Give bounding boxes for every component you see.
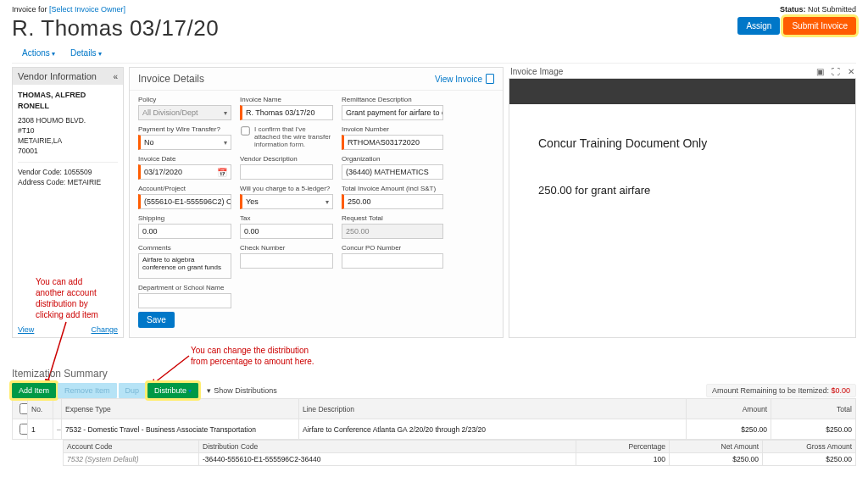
view-invoice-link[interactable]: View Invoice (435, 74, 494, 84)
image-section-title: Invoice Image (510, 67, 563, 76)
remove-item-button[interactable]: Remove Item (58, 383, 117, 398)
invno-value: RTHOMAS03172020 (348, 138, 420, 147)
details-menu[interactable]: Details (70, 48, 102, 58)
invoice-image-viewer[interactable]: Concur Training Document Only 250.00 for… (509, 78, 856, 338)
expand-icon[interactable]: ⛶ (832, 67, 840, 76)
save-button[interactable]: Save (138, 312, 175, 328)
policy-value: All Division/Dept (142, 108, 198, 117)
duplicate-button[interactable]: Dup (119, 383, 147, 398)
dept-label: Department or School Name (138, 284, 231, 291)
invoice-name-label: Invoice Name (240, 96, 333, 103)
invoice-name-input[interactable]: R. Thomas 03/17/20 (240, 105, 333, 120)
status-value: Not Submitted (808, 5, 856, 14)
remit-input[interactable]: Grant payment for airfare to confere (342, 105, 443, 120)
vendor-code: Vendor Code: 1055509 (18, 168, 118, 178)
invoice-for-prefix: Invoice for (12, 5, 49, 14)
account-value: (555610-E1-555596C2) C/S I (144, 197, 231, 206)
comments-textarea[interactable]: Airfare to algebra conference on grant f… (138, 253, 231, 279)
invno-label: Invoice Number (342, 125, 443, 133)
actions-menu[interactable]: Actions (22, 48, 55, 58)
cell-amount: $250.00 (687, 419, 771, 440)
vendor-addr2: #T10 (18, 126, 118, 136)
popout-icon[interactable]: ▣ (816, 67, 824, 76)
cell-line-desc: Airfare to Conference Atlanta GA 2/20/20… (299, 419, 687, 440)
policy-select[interactable]: All Division/Dept▾ (138, 105, 231, 120)
show-distributions-toggle[interactable]: ▾ Show Distributions (207, 386, 277, 395)
col-dist: Distribution Code (199, 441, 576, 453)
submit-invoice-button[interactable]: Submit Invoice (783, 17, 856, 35)
col-acct: Account Code (64, 441, 199, 453)
vendor-desc-label: Vendor Description (240, 155, 333, 163)
itemization-title: Itemization Summary (12, 368, 856, 380)
expand-row-icon[interactable]: – (53, 419, 62, 440)
col-line-desc: Line Description (299, 399, 687, 419)
row-checkbox[interactable] (19, 424, 28, 435)
cell-expense-type: 7532 - Domestic Travel - Business Associ… (62, 419, 299, 440)
cell-gross: $250.00 (763, 453, 856, 466)
page-icon (486, 74, 494, 84)
show-distributions-label: Show Distributions (214, 386, 277, 395)
tax-input[interactable]: 0.00 (240, 224, 333, 239)
shipping-value: 0.00 (142, 227, 158, 236)
select-owner-link[interactable]: [Select Invoice Owner] (49, 5, 125, 14)
shipping-input[interactable]: 0.00 (138, 224, 231, 239)
distribution-table: Account Code Distribution Code Percentag… (63, 440, 856, 466)
org-input[interactable]: (36440) MATHEMATICS (342, 164, 443, 180)
concurpo-input[interactable] (342, 253, 443, 269)
col-expense-type: Expense Type (62, 399, 299, 419)
close-icon[interactable]: ✕ (848, 67, 854, 76)
cell-acct: 7532 (System Default) (64, 453, 199, 466)
confirm-checkbox[interactable] (241, 126, 249, 135)
col-amount: Amount (687, 399, 771, 419)
vendor-addr4: 70001 (18, 147, 118, 157)
vendor-change-link[interactable]: Change (91, 325, 118, 334)
vendor-desc-input[interactable] (240, 164, 333, 180)
charge-label: Will you charge to a 5-ledger? (240, 185, 333, 192)
add-item-button[interactable]: Add Item (12, 383, 56, 398)
reqtotal-value: 250.00 (346, 227, 370, 236)
remit-label: Remittance Description (342, 96, 443, 103)
payment-select[interactable]: No▾ (138, 135, 231, 150)
table-row[interactable]: 1 – 7532 - Domestic Travel - Business As… (13, 419, 856, 440)
reqtotal-input: 250.00 (342, 224, 443, 239)
col-no: No. (28, 399, 53, 419)
total-label: Total Invoice Amount (incl S&T) (342, 185, 443, 192)
total-input[interactable]: 250.00 (342, 194, 443, 209)
invno-input[interactable]: RTHOMAS03172020 (342, 135, 443, 150)
chevron-down-icon: ▾ (326, 198, 329, 206)
itemization-summary: Itemization Summary Add Item Remove Item… (12, 368, 856, 466)
vendor-collapse-icon[interactable]: « (113, 72, 118, 81)
invoice-date-label: Invoice Date (138, 155, 231, 163)
check-label: Check Number (240, 244, 333, 252)
details-section-title: Invoice Details (138, 73, 204, 85)
distribute-button[interactable]: Distribute (147, 383, 198, 398)
account-select[interactable]: (555610-E1-555596C2) C/S I▾ (138, 194, 231, 209)
col-total: Total (771, 399, 856, 419)
cell-total: $250.00 (771, 419, 856, 440)
cell-net: $250.00 (670, 453, 763, 466)
tax-value: 0.00 (244, 227, 259, 236)
chevron-down-icon: ▾ (224, 109, 227, 117)
reqtotal-label: Request Total (342, 214, 443, 222)
dept-input[interactable] (138, 293, 231, 308)
vendor-view-link[interactable]: View (18, 325, 34, 334)
concurpo-label: Concur PO Number (342, 244, 443, 252)
calendar-icon[interactable]: 📅 (217, 168, 227, 177)
invoice-date-input[interactable]: 03/17/2020📅 (138, 164, 231, 180)
amount-remaining-value: $0.00 (831, 386, 850, 395)
vendor-panel: Vendor Information « THOMAS, ALFRED RONE… (12, 67, 124, 338)
dist-row[interactable]: 7532 (System Default) -36440-555610-E1-5… (64, 453, 856, 466)
total-value: 250.00 (348, 197, 371, 206)
invoice-name-value: R. Thomas 03/17/20 (246, 108, 314, 117)
policy-label: Policy (138, 96, 231, 103)
address-code: Address Code: METAIRIE (18, 178, 118, 188)
invoice-date-value: 03/17/2020 (144, 168, 182, 176)
shipping-label: Shipping (138, 214, 231, 222)
assign-button[interactable]: Assign (737, 17, 780, 35)
select-all-checkbox[interactable] (19, 403, 28, 414)
cell-no: 1 (28, 419, 53, 440)
check-input[interactable] (240, 253, 333, 269)
charge-select[interactable]: Yes▾ (240, 194, 333, 209)
account-label: Account/Project (138, 185, 231, 192)
chevron-down-icon: ▾ (207, 386, 211, 395)
